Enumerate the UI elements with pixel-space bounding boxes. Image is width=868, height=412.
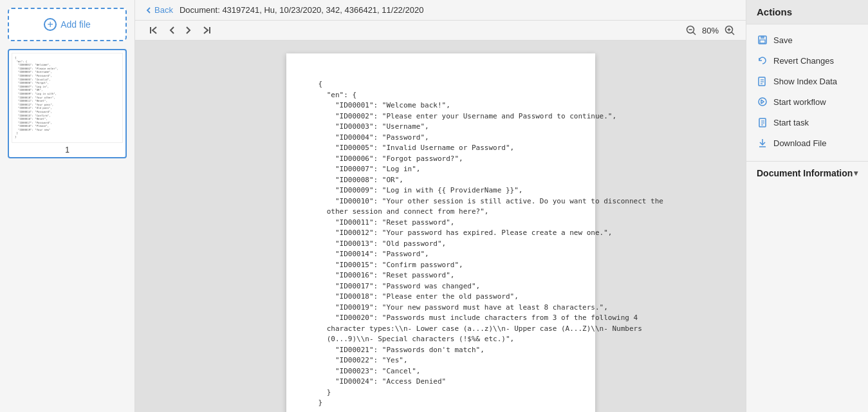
zoom-in-icon [724, 24, 735, 36]
doc-content: { "en": { "ID00001": "Welcome back!", "I… [319, 79, 563, 409]
start-task-label: Start task [773, 118, 809, 127]
zoom-in-button[interactable] [724, 24, 735, 36]
start-workflow-icon [757, 96, 768, 108]
zoom-out-icon [685, 24, 697, 36]
svg-line-4 [693, 32, 696, 35]
doc-header: Back Document: 43197241, Hu, 10/23/2020,… [135, 0, 746, 21]
last-page-icon [202, 26, 211, 35]
first-page-icon [149, 26, 158, 35]
next-page-icon [185, 26, 192, 35]
back-button[interactable]: Back [145, 5, 173, 15]
doc-info-label: Document Information [757, 168, 853, 178]
start-task-action[interactable]: Start task [746, 112, 868, 133]
svg-rect-10 [761, 36, 764, 39]
thumbnail-image: { "en": { "ID00001": "Welcome", "ID00002… [12, 53, 123, 143]
zoom-out-button[interactable] [685, 24, 697, 36]
svg-point-16 [759, 98, 766, 106]
main-area: Back Document: 43197241, Hu, 10/23/2020,… [135, 0, 746, 412]
show-index-action[interactable]: Show Index Data [746, 71, 868, 91]
doc-page: { "en": { "ID00001": "Welcome back!", "I… [286, 53, 595, 412]
page-number: 1 [12, 145, 123, 154]
chevron-down-icon: ▾ [854, 169, 858, 178]
doc-info-section: Document Information ▾ [746, 161, 868, 185]
left-panel: + Add file { "en": { "ID00001": "Welcome… [0, 0, 135, 412]
back-arrow-icon [145, 6, 152, 14]
revert-icon [757, 55, 768, 66]
next-page-button[interactable] [181, 24, 196, 36]
back-label: Back [154, 5, 173, 15]
download-file-label: Download File [773, 138, 826, 148]
start-task-icon [757, 117, 768, 128]
add-file-label: Add file [60, 19, 91, 30]
zoom-controls: 80% [685, 24, 735, 36]
download-file-icon [757, 137, 768, 149]
save-label: Save [773, 35, 793, 45]
viewer-toolbar: 80% [135, 21, 746, 41]
thumbnail-container[interactable]: { "en": { "ID00001": "Welcome", "ID00002… [8, 49, 127, 158]
doc-info-header[interactable]: Document Information ▾ [746, 162, 868, 185]
save-icon [757, 34, 768, 46]
add-file-button[interactable]: + Add file [8, 8, 127, 41]
thumbnail-text-preview: { "en": { "ID00001": "Welcome", "ID00002… [15, 56, 58, 139]
revert-label: Revert Changes [773, 56, 834, 66]
prev-page-icon [169, 26, 175, 35]
last-page-button[interactable] [198, 24, 215, 36]
actions-header: Actions [746, 0, 868, 24]
svg-line-8 [732, 32, 734, 35]
start-workflow-label: Start workflow [773, 97, 826, 107]
show-index-icon [757, 75, 768, 87]
zoom-level: 80% [702, 26, 719, 35]
download-file-action[interactable]: Download File [746, 133, 868, 153]
save-action[interactable]: Save [746, 30, 868, 50]
prev-page-button[interactable] [165, 24, 179, 36]
show-index-label: Show Index Data [773, 77, 837, 86]
plus-circle-icon: + [44, 18, 57, 31]
doc-viewer: { "en": { "ID00001": "Welcome back!", "I… [135, 41, 746, 412]
first-page-button[interactable] [145, 24, 162, 36]
right-panel: Actions Save Revert Changes Show Index D… [746, 0, 868, 412]
start-workflow-action[interactable]: Start workflow [746, 91, 868, 112]
svg-rect-11 [760, 40, 765, 43]
doc-title: Document: 43197241, Hu, 10/23/2020, 342,… [180, 5, 423, 15]
revert-action[interactable]: Revert Changes [746, 50, 868, 71]
nav-controls [145, 24, 215, 36]
action-list: Save Revert Changes Show Index Data Star… [746, 24, 868, 158]
